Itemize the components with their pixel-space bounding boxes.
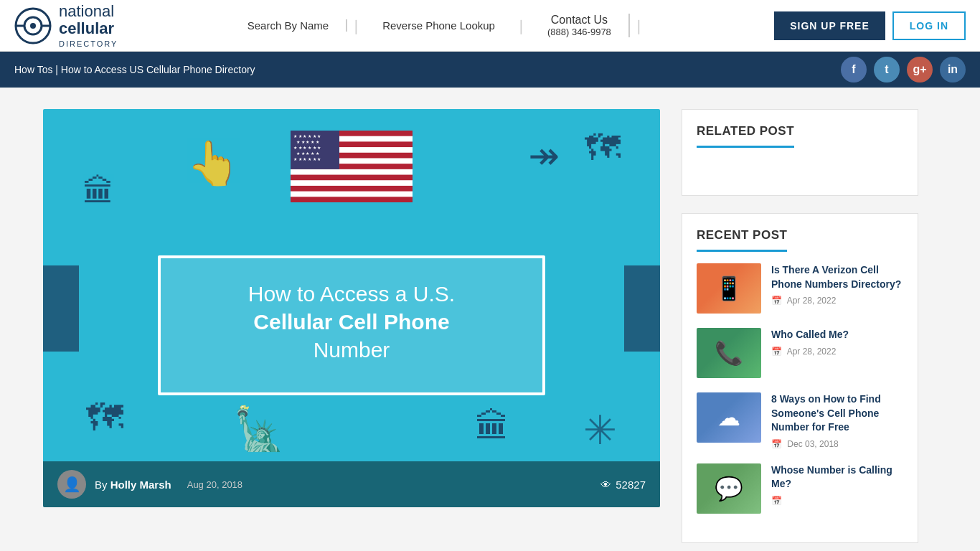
recent-date-whose: 📅 xyxy=(771,496,903,506)
recent-title-whose[interactable]: Whose Number is Calling Me? xyxy=(771,463,903,491)
header-buttons: SIGN UP FREE LOG IN xyxy=(760,11,966,40)
arrow-icon: ↞ xyxy=(528,134,560,177)
asterisk-icon: ✳ xyxy=(583,407,617,453)
logo-directory: DIRECTORY xyxy=(59,39,118,48)
recent-date-verizon: 📅 Apr 28, 2022 xyxy=(771,296,903,306)
sidebar: RELATED POST RECENT POST 📱 Is There A Ve… xyxy=(682,109,918,551)
list-item: 📞 Who Called Me? 📅 Apr 28, 2022 xyxy=(697,328,903,378)
author-left: 👤 By Holly Marsh Aug 20, 2018 xyxy=(57,470,242,499)
facebook-icon[interactable]: f xyxy=(841,57,867,83)
recent-post-title: RECENT POST xyxy=(697,228,787,252)
recent-date-whocalled: 📅 Apr 28, 2022 xyxy=(771,347,903,357)
nav-search-by-name[interactable]: Search By Name xyxy=(230,19,347,32)
linkedin-icon[interactable]: in xyxy=(940,57,966,83)
breadcrumb: How Tos | How to Access US Cellular Phon… xyxy=(14,64,255,75)
breadcrumb-bar: How Tos | How to Access US Cellular Phon… xyxy=(0,52,980,88)
recent-info-whocalled: Who Called Me? 📅 Apr 28, 2022 xyxy=(771,328,903,357)
svg-text:★ ★ ★ ★ ★ ★: ★ ★ ★ ★ ★ ★ xyxy=(293,134,321,138)
related-post-section: RELATED POST xyxy=(682,109,918,196)
logo-icon xyxy=(14,7,52,44)
recent-title-howfind[interactable]: 8 Ways on How to Find Someone's Cell Pho… xyxy=(771,392,903,435)
hero-side-right xyxy=(624,265,660,352)
calendar-icon: 📅 xyxy=(771,296,782,306)
login-button[interactable]: LOG IN xyxy=(892,11,966,40)
usa-map-top-icon: 🗺 xyxy=(585,127,621,169)
recent-info-verizon: Is There A Verizon Cell Phone Numbers Di… xyxy=(771,263,903,306)
capitol-bottom-icon: 🏛 xyxy=(475,407,509,446)
recent-info-whose: Whose Number is Calling Me? 📅 xyxy=(771,463,903,506)
list-item: 💬 Whose Number is Calling Me? 📅 xyxy=(697,463,903,514)
author-date: Aug 20, 2018 xyxy=(187,479,242,490)
recent-thumb-verizon: 📱 xyxy=(697,263,761,314)
calendar-icon: 📅 xyxy=(771,439,782,449)
hero-title: How to Access a U.S. Cellular Cell Phone… xyxy=(189,279,514,363)
contact-info: Contact Us (888) 346-9978 xyxy=(530,14,630,37)
cursor-icon: 👆 xyxy=(187,138,240,189)
list-item: ☁ 8 Ways on How to Find Someone's Cell P… xyxy=(697,392,903,449)
author-avatar: 👤 xyxy=(57,470,86,499)
recent-info-howfind: 8 Ways on How to Find Someone's Cell Pho… xyxy=(771,392,903,449)
capitol-top-icon: 🏛 xyxy=(83,174,114,209)
site-header: nationalcellular DIRECTORY Search By Nam… xyxy=(0,0,980,52)
svg-text:★ ★ ★ ★ ★ ★: ★ ★ ★ ★ ★ ★ xyxy=(293,146,321,150)
howfind-thumb-icon: ☁ xyxy=(697,392,761,443)
calendar-icon: 📅 xyxy=(771,347,782,357)
googleplus-icon[interactable]: g+ xyxy=(907,57,933,83)
contact-label: Contact Us xyxy=(547,14,611,27)
hero-image: 👆 ↞ 🗺 🏛 🗺 🗽 🏛 ✳ xyxy=(43,109,660,507)
recent-title-verizon[interactable]: Is There A Verizon Cell Phone Numbers Di… xyxy=(771,263,903,291)
whose-thumb-icon: 💬 xyxy=(697,463,761,514)
recent-date-howfind: 📅 Dec 03, 2018 xyxy=(771,439,903,449)
twitter-icon[interactable]: t xyxy=(874,57,900,83)
recent-title-whocalled[interactable]: Who Called Me? xyxy=(771,328,903,342)
svg-text:★ ★ ★ ★ ★ ★: ★ ★ ★ ★ ★ ★ xyxy=(293,157,321,161)
hero-side-left xyxy=(43,265,79,352)
related-empty xyxy=(697,159,903,181)
whocalled-thumb-icon: 📞 xyxy=(697,328,761,378)
recent-thumb-howfind: ☁ xyxy=(697,392,761,443)
recent-post-section: RECENT POST 📱 Is There A Verizon Cell Ph… xyxy=(682,213,918,543)
author-name: By Holly Marsh xyxy=(95,479,171,491)
svg-rect-9 xyxy=(291,169,413,175)
eye-icon: 👁 xyxy=(600,479,611,491)
usa-map-bottom-icon: 🗺 xyxy=(86,396,123,439)
article-area: 👆 ↞ 🗺 🏛 🗺 🗽 🏛 ✳ xyxy=(43,109,660,551)
svg-rect-11 xyxy=(291,192,413,197)
author-views: 👁 52827 xyxy=(600,479,646,491)
calendar-icon: 📅 xyxy=(771,496,782,506)
contact-phone[interactable]: (888) 346-9978 xyxy=(547,27,611,37)
hero-card: How to Access a U.S. Cellular Cell Phone… xyxy=(158,255,545,395)
logo-cellular: cellular xyxy=(59,20,118,37)
logo[interactable]: nationalcellular DIRECTORY xyxy=(14,3,118,47)
list-item: 📱 Is There A Verizon Cell Phone Numbers … xyxy=(697,263,903,314)
social-icons: f t g+ in xyxy=(841,57,966,83)
nav-reverse-phone[interactable]: Reverse Phone Lookup xyxy=(365,19,512,32)
svg-text:★ ★ ★ ★ ★: ★ ★ ★ ★ ★ xyxy=(296,151,319,156)
liberty-icon: 🗽 xyxy=(233,405,285,453)
nav-links: Search By Name ❘ Reverse Phone Lookup ❘ … xyxy=(230,14,648,37)
recent-thumb-whocalled: 📞 xyxy=(697,328,761,378)
signup-button[interactable]: SIGN UP FREE xyxy=(774,11,885,40)
logo-national: national xyxy=(59,3,118,20)
recent-thumb-whose: 💬 xyxy=(697,463,761,514)
svg-point-4 xyxy=(30,23,36,29)
hero-flag: ★ ★ ★ ★ ★ ★ ★ ★ ★ ★ ★ ★ ★ ★ ★ ★ ★ ★ ★ ★ … xyxy=(291,131,413,202)
author-bar: 👤 By Holly Marsh Aug 20, 2018 👁 52827 xyxy=(43,461,660,507)
logo-text: nationalcellular DIRECTORY xyxy=(59,3,118,47)
svg-rect-10 xyxy=(291,180,413,186)
svg-text:★ ★ ★ ★ ★: ★ ★ ★ ★ ★ xyxy=(296,140,319,144)
main-content: 👆 ↞ 🗺 🏛 🗺 🗽 🏛 ✳ xyxy=(0,88,980,551)
verizon-thumb-icon: 📱 xyxy=(697,263,761,314)
related-post-title: RELATED POST xyxy=(697,124,794,148)
